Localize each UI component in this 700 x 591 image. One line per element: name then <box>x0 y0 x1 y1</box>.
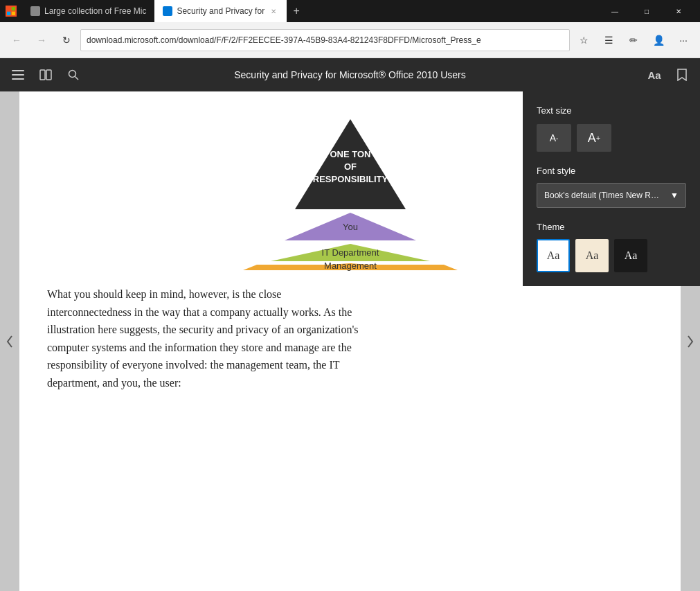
svg-rect-8 <box>46 70 51 80</box>
paragraph-1: What you should keep in mind, however, i… <box>47 285 366 392</box>
hub-button[interactable]: ☰ <box>598 29 620 51</box>
bookmark-button[interactable] <box>670 62 694 87</box>
hamburger-menu-button[interactable] <box>6 62 30 87</box>
profile-button[interactable]: 👤 <box>647 29 670 51</box>
forward-button[interactable]: → <box>30 29 53 51</box>
increase-text-button[interactable]: A+ <box>577 124 611 152</box>
text-size-label: Text size <box>537 105 686 116</box>
prev-page-arrow[interactable] <box>0 91 19 591</box>
svg-rect-2 <box>7 12 10 15</box>
reader-document-title: Security and Privacy for Microsoft® Offi… <box>234 69 466 80</box>
text-options-button[interactable]: Aa <box>642 62 667 87</box>
toolbar-right: ☆ ☰ ✏ 👤 ··· <box>573 29 694 51</box>
tab-active-label: Security and Privacy for <box>177 6 264 16</box>
tab-favicon <box>30 6 40 16</box>
svg-line-10 <box>75 77 79 80</box>
url-text: download.microsoft.com/download/F/F/2/FF… <box>87 35 564 45</box>
svg-text:ONE TON: ONE TON <box>330 149 370 159</box>
maximize-button[interactable]: □ <box>631 0 663 22</box>
refresh-button[interactable]: ↻ <box>55 29 78 51</box>
browser-logo <box>6 6 17 17</box>
font-style-value: Book's default (Times New R… <box>544 191 670 200</box>
address-bar: ← → ↻ download.microsoft.com/download/F/… <box>0 22 700 58</box>
decrease-text-button[interactable]: A- <box>537 124 571 152</box>
body-text: What you should keep in mind, however, i… <box>47 285 366 392</box>
reader-tools-right: Aa <box>642 58 700 91</box>
title-bar: Large collection of Free Mic Security an… <box>0 0 700 22</box>
window-controls: — □ ✕ <box>599 0 694 22</box>
svg-text:RESPONSIBILITY: RESPONSIBILITY <box>312 174 388 184</box>
main-area: ONE TON OF RESPONSIBILITY You IT Departm… <box>0 91 700 591</box>
tab-inactive-label: Large collection of Free Mic <box>44 6 146 16</box>
settings-panel: Text size A- A+ Font style Book's defaul… <box>523 91 700 286</box>
svg-rect-4 <box>12 70 24 71</box>
minimize-button[interactable]: — <box>599 0 631 22</box>
svg-rect-7 <box>40 70 45 80</box>
font-style-dropdown[interactable]: Book's default (Times New R… ▼ <box>537 183 686 208</box>
new-tab-button[interactable]: + <box>287 0 306 22</box>
tab-inactive[interactable]: Large collection of Free Mic <box>22 0 154 22</box>
svg-rect-3 <box>12 12 15 15</box>
theme-selector: Aa Aa Aa <box>537 239 686 272</box>
theme-label: Theme <box>537 222 686 232</box>
tab-bar: Large collection of Free Mic Security an… <box>22 0 599 22</box>
theme-sepia-button[interactable]: Aa <box>575 239 609 272</box>
svg-rect-1 <box>12 7 15 10</box>
url-bar[interactable]: download.microsoft.com/download/F/F/2/FF… <box>80 29 570 51</box>
theme-dark-button[interactable]: Aa <box>614 239 647 272</box>
annotation-button[interactable]: ✏ <box>622 29 645 51</box>
reader-tools-left <box>0 58 86 91</box>
svg-rect-0 <box>7 7 10 10</box>
favorites-button[interactable]: ☆ <box>573 29 595 51</box>
svg-rect-6 <box>12 78 24 80</box>
theme-light-button[interactable]: Aa <box>537 239 570 272</box>
reader-toolbar: Security and Privacy for Microsoft® Offi… <box>0 58 700 91</box>
svg-text:IT Department: IT Department <box>321 247 379 258</box>
tab-active-favicon <box>163 6 172 16</box>
search-button[interactable] <box>61 62 86 87</box>
book-view-button[interactable] <box>33 62 58 87</box>
tab-close-btn[interactable]: ✕ <box>269 6 278 16</box>
font-dropdown-arrow: ▼ <box>670 191 679 200</box>
close-button[interactable]: ✕ <box>663 0 694 22</box>
font-style-label: Font style <box>537 166 686 176</box>
svg-text:You: You <box>343 222 358 232</box>
tab-active[interactable]: Security and Privacy for ✕ <box>154 0 287 22</box>
more-button[interactable]: ··· <box>672 29 694 51</box>
text-size-controls: A- A+ <box>537 124 686 152</box>
back-button[interactable]: ← <box>6 29 28 51</box>
pyramid-svg: ONE TON OF RESPONSIBILITY You IT Departm… <box>240 112 461 272</box>
svg-rect-5 <box>12 74 24 76</box>
svg-point-9 <box>69 71 76 78</box>
svg-text:OF: OF <box>343 161 356 172</box>
svg-text:Management: Management <box>324 261 377 271</box>
